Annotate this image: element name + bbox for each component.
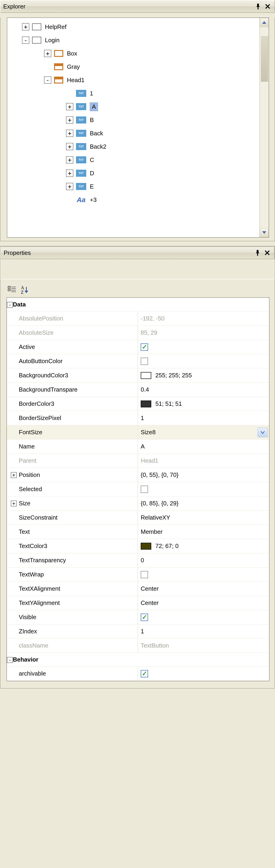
property-value[interactable]: 1 (138, 411, 269, 425)
collapse-icon[interactable]: - (7, 657, 13, 663)
expand-icon[interactable]: + (11, 472, 17, 478)
property-row[interactable]: +Size{0, 85}, {0, 29} (7, 496, 269, 510)
property-row[interactable]: TextWrap (7, 567, 269, 582)
property-row[interactable]: TextYAlignmentCenter (7, 596, 269, 610)
property-row[interactable]: classNameTextButton (7, 639, 269, 653)
property-row[interactable]: AbsoluteSize85, 29 (7, 326, 269, 340)
tree-item[interactable]: TXT1 (7, 87, 269, 100)
property-row[interactable]: ParentHead1 (7, 454, 269, 468)
collapse-icon[interactable]: - (7, 302, 13, 308)
color-swatch[interactable] (141, 543, 151, 550)
color-swatch[interactable] (141, 372, 151, 379)
property-value[interactable]: 1 (138, 624, 269, 639)
property-value[interactable] (138, 567, 269, 582)
expand-icon[interactable]: + (66, 183, 73, 190)
tree-item[interactable]: +TXTBack (7, 127, 269, 140)
property-value[interactable]: 0.4 (138, 383, 269, 397)
property-value[interactable]: 255; 255; 255 (138, 368, 269, 382)
scroll-thumb[interactable] (261, 36, 268, 82)
expand-icon[interactable]: + (66, 169, 73, 177)
property-value[interactable]: TextButton (138, 639, 269, 653)
property-row[interactable]: BackgroundColor3255; 255; 255 (7, 368, 269, 383)
tree-item[interactable]: +Box (7, 47, 269, 60)
checkbox[interactable] (141, 343, 148, 351)
property-value[interactable] (138, 666, 269, 681)
checkbox[interactable] (141, 571, 148, 578)
explorer-scrollbar[interactable] (260, 18, 269, 237)
property-row[interactable]: +Position{0, 55}, {0, 70} (7, 468, 269, 482)
chevron-down-icon[interactable] (257, 428, 268, 437)
property-value[interactable]: {0, 85}, {0, 29} (138, 496, 269, 510)
tree-item[interactable]: +TXTC (7, 153, 269, 166)
scroll-up-icon[interactable] (260, 18, 269, 27)
property-row[interactable]: TextMember (7, 525, 269, 539)
property-value[interactable]: Member (138, 525, 269, 539)
color-swatch[interactable] (141, 401, 151, 407)
property-value[interactable]: 72; 67; 0 (138, 539, 269, 553)
property-row[interactable]: Active (7, 340, 269, 354)
tree-item[interactable]: +TXTE (7, 180, 269, 193)
property-row[interactable]: ZIndex1 (7, 624, 269, 639)
tree-item[interactable]: +HelpRef (7, 20, 269, 33)
property-value[interactable]: Size8 (138, 425, 269, 439)
property-value[interactable] (138, 354, 269, 368)
expand-icon[interactable]: + (66, 143, 73, 150)
property-value[interactable]: -192, -50 (138, 311, 269, 326)
pin-icon[interactable] (253, 249, 262, 257)
expand-icon[interactable]: + (11, 500, 17, 506)
expand-icon[interactable]: + (66, 103, 73, 110)
property-row[interactable]: FontSizeSize8 (7, 425, 269, 439)
checkbox[interactable] (141, 614, 148, 621)
property-value[interactable]: 0 (138, 553, 269, 567)
property-value[interactable]: 51; 51; 51 (138, 397, 269, 411)
pin-icon[interactable] (254, 2, 262, 10)
tree-item[interactable]: -Login (7, 33, 269, 47)
property-row[interactable]: TextTransparency0 (7, 553, 269, 567)
property-row[interactable]: BorderColor351; 51; 51 (7, 397, 269, 411)
property-group-header[interactable]: -Behavior (7, 653, 269, 666)
property-row[interactable]: Visible (7, 610, 269, 624)
scroll-down-icon[interactable] (260, 228, 269, 237)
property-value[interactable]: 85, 29 (138, 326, 269, 340)
expand-icon[interactable]: + (44, 50, 51, 57)
property-value[interactable]: Center (138, 582, 269, 596)
tree-item[interactable]: Gray (7, 60, 269, 73)
checkbox[interactable] (141, 358, 148, 365)
property-value[interactable]: A (138, 439, 269, 454)
property-group-header[interactable]: -Data (7, 298, 269, 311)
expand-icon[interactable]: + (66, 156, 73, 163)
checkbox[interactable] (141, 486, 148, 493)
close-icon[interactable] (263, 249, 271, 257)
collapse-icon[interactable]: - (22, 36, 29, 44)
property-value[interactable] (138, 340, 269, 354)
property-row[interactable]: AutoButtonColor (7, 354, 269, 368)
property-value[interactable]: Center (138, 596, 269, 610)
property-value[interactable]: {0, 55}, {0, 70} (138, 468, 269, 482)
property-row[interactable]: TextXAlignmentCenter (7, 582, 269, 596)
tree-item[interactable]: +TXTD (7, 166, 269, 180)
property-value[interactable]: RelativeXY (138, 510, 269, 525)
expand-icon[interactable]: + (66, 130, 73, 137)
expand-icon[interactable]: + (22, 23, 29, 31)
close-icon[interactable] (264, 2, 272, 10)
expand-icon[interactable]: + (66, 116, 73, 124)
property-row[interactable]: BorderSizePixel1 (7, 411, 269, 425)
categorized-view-icon[interactable] (6, 285, 18, 295)
checkbox[interactable] (141, 670, 148, 677)
property-row[interactable]: NameA (7, 439, 269, 454)
tree-item[interactable]: Aa+3 (7, 193, 269, 207)
tree-item[interactable]: -Head1 (7, 73, 269, 87)
alphabetical-view-icon[interactable]: A Z (19, 285, 30, 295)
tree-item[interactable]: +TXTBack2 (7, 140, 269, 153)
property-row[interactable]: Selected (7, 482, 269, 496)
property-value[interactable]: Head1 (138, 454, 269, 468)
property-row[interactable]: TextColor372; 67; 0 (7, 539, 269, 553)
explorer-tree[interactable]: +HelpRef-Login+BoxGray-Head1TXT1+TXTA+TX… (7, 18, 269, 209)
property-row[interactable]: AbsolutePosition-192, -50 (7, 311, 269, 326)
collapse-icon[interactable]: - (44, 76, 51, 84)
tree-item[interactable]: +TXTB (7, 113, 269, 127)
property-value[interactable] (138, 482, 269, 496)
property-row[interactable]: BackgroundTranspare0.4 (7, 383, 269, 397)
property-row[interactable]: SizeConstraintRelativeXY (7, 510, 269, 525)
tree-item[interactable]: +TXTA (7, 100, 269, 113)
